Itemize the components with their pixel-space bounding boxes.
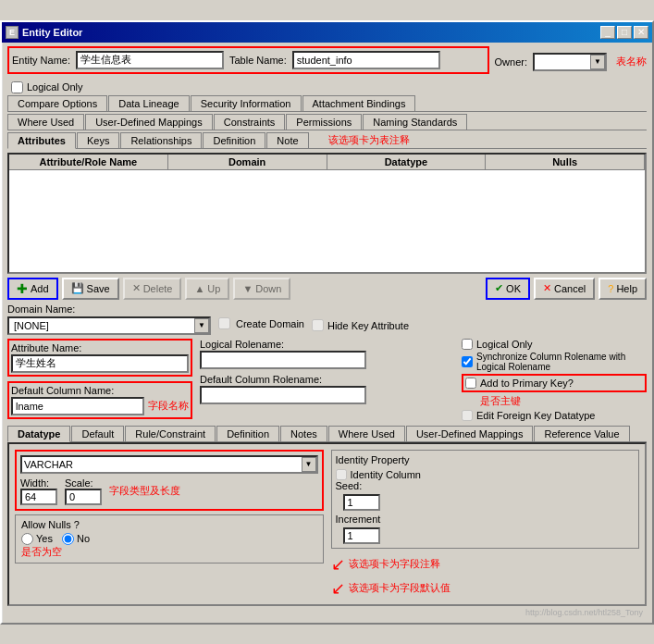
- close-button[interactable]: ✕: [634, 26, 648, 39]
- default-column-rolename-section: Default Column Rolename:: [200, 374, 454, 404]
- maximize-button[interactable]: □: [617, 26, 632, 39]
- datatype-dropdown-arrow[interactable]: ▼: [302, 457, 316, 472]
- tab-naming-standards[interactable]: Naming Standards: [363, 114, 467, 130]
- entity-name-label: Entity Name:: [12, 55, 70, 66]
- tab-compare-options[interactable]: Compare Options: [7, 95, 107, 111]
- table-body: [9, 170, 645, 272]
- annotation-field-comment: 该选项卡为字段注释: [349, 557, 440, 571]
- tab-definition-upper[interactable]: Definition: [203, 132, 265, 148]
- tab-rule-constraint[interactable]: Rule/Constraint: [125, 426, 216, 441]
- radio-no[interactable]: [62, 533, 74, 545]
- table-header: Attribute/Role Name Domain Datatype Null…: [9, 155, 645, 170]
- identity-column-checkbox[interactable]: [336, 469, 347, 480]
- tab-attributes[interactable]: Attributes: [7, 132, 76, 149]
- cancel-label: Cancel: [554, 283, 586, 294]
- tab-permissions[interactable]: Permissions: [286, 114, 362, 130]
- radio-no-label[interactable]: No: [62, 533, 90, 545]
- tab-where-used-lower[interactable]: Where Used: [328, 426, 405, 441]
- delete-button[interactable]: ✕ Delete: [123, 278, 182, 300]
- down-button[interactable]: ▼ Down: [233, 278, 290, 300]
- tab-definition-lower[interactable]: Definition: [216, 426, 279, 441]
- increment-row: Increment: [336, 514, 635, 525]
- tab-notes[interactable]: Notes: [280, 426, 327, 441]
- col-datatype: Datatype: [327, 155, 487, 169]
- default-column-input[interactable]: [11, 397, 144, 415]
- toolbar: ✚ Add 💾 Save ✕ Delete ▲ Up ▼ Down ✔ OK: [7, 278, 647, 300]
- width-input[interactable]: [20, 489, 57, 505]
- bottom-tabs: Datatype Default Rule/Constraint Definit…: [7, 426, 647, 442]
- tab-datatype[interactable]: Datatype: [7, 426, 70, 442]
- title-buttons: _ □ ✕: [600, 26, 648, 39]
- radio-yes-label[interactable]: Yes: [21, 533, 53, 545]
- tab-data-lineage[interactable]: Data Lineage: [108, 95, 189, 111]
- tabs-row1: Compare Options Data Lineage Security In…: [7, 95, 647, 112]
- logical-only-checkbox[interactable]: [11, 81, 23, 93]
- domain-dropdown[interactable]: [NONE] ▼: [7, 316, 211, 335]
- datatype-panel: VARCHAR ▼ Width: Scale:: [15, 450, 324, 599]
- edit-fk-checkbox[interactable]: [462, 410, 473, 421]
- datatype-value: VARCHAR: [24, 459, 73, 470]
- hide-key-attr-checkbox[interactable]: [312, 319, 324, 331]
- sync-rolename-checkbox[interactable]: [462, 356, 473, 367]
- add-pk-label: Add to Primary Key?: [480, 378, 574, 389]
- radio-yes[interactable]: [21, 533, 33, 545]
- datatype-dropdown[interactable]: VARCHAR ▼: [20, 455, 318, 474]
- tab-note[interactable]: Note: [266, 132, 308, 148]
- tab-constraints[interactable]: Constraints: [214, 114, 286, 130]
- attribute-table: Attribute/Role Name Domain Datatype Null…: [7, 153, 647, 274]
- help-button[interactable]: ? Help: [598, 278, 647, 300]
- delete-icon: ✕: [132, 282, 141, 294]
- tab-attachment-bindings[interactable]: Attachment Bindings: [302, 95, 416, 111]
- increment-input[interactable]: [343, 527, 380, 544]
- bottom-layout: VARCHAR ▼ Width: Scale:: [15, 450, 639, 599]
- cancel-button[interactable]: ✕ Cancel: [534, 278, 595, 300]
- domain-value: [NONE]: [11, 320, 194, 331]
- save-button[interactable]: 💾 Save: [62, 278, 119, 300]
- identity-group: Identity Property Identity Column Seed:: [331, 450, 640, 549]
- tab-user-defined-mappings-lower[interactable]: User-Defined Mappings: [406, 426, 534, 441]
- domain-dropdown-arrow[interactable]: ▼: [194, 318, 209, 333]
- up-button[interactable]: ▲ Up: [185, 278, 229, 300]
- hide-key-attr-row: Hide Key Attribute: [312, 319, 409, 331]
- tab-security-information[interactable]: Security Information: [191, 95, 302, 111]
- identity-panel: Identity Property Identity Column Seed:: [331, 450, 640, 599]
- tabs-row3: Attributes Keys Relationships Definition…: [7, 132, 647, 149]
- domain-row: Domain Name:: [7, 303, 647, 315]
- identity-column-label: Identity Column: [351, 469, 421, 480]
- attribute-name-input[interactable]: [11, 354, 189, 373]
- logical-rolename-input[interactable]: [200, 351, 366, 369]
- no-label: No: [77, 533, 90, 544]
- add-button[interactable]: ✚ Add: [7, 278, 58, 300]
- owner-dropdown[interactable]: ▼: [533, 53, 607, 71]
- create-domain-label: Create Domain: [236, 318, 304, 329]
- owner-dropdown-arrow[interactable]: ▼: [590, 55, 605, 69]
- tab-keys[interactable]: Keys: [77, 132, 119, 148]
- radio-group: Yes No: [21, 533, 317, 545]
- watermark: http://blog.csdn.net/htl258_Tony: [7, 606, 647, 619]
- tab-reference-value[interactable]: Reference Value: [534, 426, 629, 441]
- title-bar-left: E Entity Editor: [6, 26, 82, 39]
- minimize-button[interactable]: _: [600, 26, 615, 39]
- table-name-input[interactable]: [292, 51, 440, 69]
- default-column-rolename-input[interactable]: [200, 386, 366, 404]
- seed-input[interactable]: [343, 494, 380, 511]
- datatype-section: VARCHAR ▼ Width: Scale:: [15, 450, 324, 511]
- scale-input[interactable]: [65, 489, 102, 505]
- logical-only-attr-label: Logical Only: [476, 339, 533, 350]
- tab-where-used-upper[interactable]: Where Used: [7, 114, 84, 130]
- right-checkboxes: Logical Only Synchronize Column Rolename…: [462, 339, 647, 422]
- add-pk-check-row: Add to Primary Key?: [462, 374, 647, 392]
- tab-default[interactable]: Default: [71, 426, 124, 441]
- logical-only-row: Logical Only: [7, 81, 647, 93]
- ok-button[interactable]: ✔ OK: [486, 278, 530, 300]
- create-domain-checkbox[interactable]: [218, 317, 230, 329]
- down-label: Down: [255, 283, 281, 294]
- add-pk-checkbox[interactable]: [465, 378, 476, 389]
- logical-rolename-label: Logical Rolename:: [200, 339, 454, 350]
- tab-relationships[interactable]: Relationships: [120, 132, 202, 148]
- entity-name-input[interactable]: [76, 51, 224, 69]
- identity-title: Identity Property: [336, 454, 635, 465]
- tab-user-defined-mappings-upper[interactable]: User-Defined Mappings: [85, 114, 213, 130]
- annotation-field-comment-tab: 该选项卡为表注释: [328, 133, 410, 147]
- logical-only-attr-checkbox[interactable]: [462, 339, 473, 350]
